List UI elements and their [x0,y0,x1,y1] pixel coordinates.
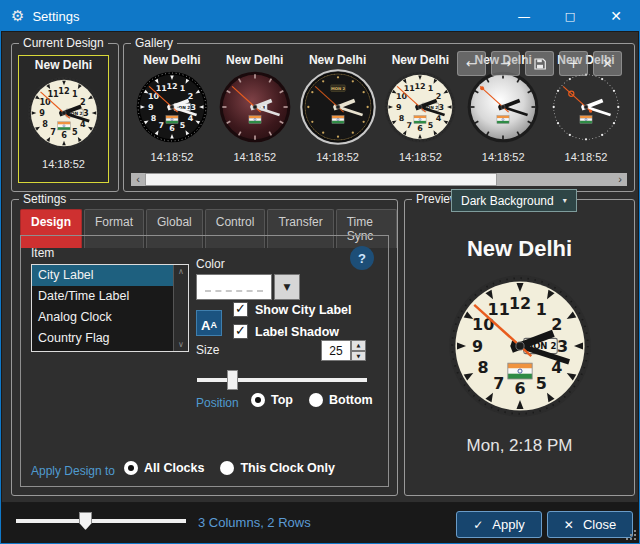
settings-groupbox: Settings DesignFormatGlobalControlTransf… [11,199,398,496]
svg-text:8: 8 [477,358,488,377]
svg-text:5: 5 [72,127,78,137]
settings-gear-icon: ⚙ [11,7,24,25]
item-list-option[interactable]: Date/Time Label [32,286,188,307]
svg-text:9: 9 [471,337,482,356]
preview-datetime-label: Mon, 2:18 PM [405,436,634,456]
close-window-button[interactable]: ✕ [593,1,639,31]
label-shadow-checkbox[interactable] [233,324,248,339]
svg-text:7: 7 [50,127,56,137]
scroll-down-icon[interactable]: ∨ [178,338,184,351]
item-list-option[interactable]: City Label [32,265,188,286]
title-bar: ⚙ Settings — □ ✕ [1,1,639,31]
footer-bar: 3 Columns, 2 Rows ✓ Apply ✕ Close [2,503,640,544]
spin-down-icon[interactable]: ▼ [351,351,366,362]
svg-text:2: 2 [436,92,442,101]
maximize-button[interactable]: □ [547,1,593,31]
current-design-tile[interactable]: New Delhi 123456789101112MON 2 14:18:52 [18,55,109,183]
preview-groupbox: Preview Dark Background ▾ New Delhi 1234… [404,199,635,496]
size-label: Size [196,343,219,357]
slider-thumb[interactable] [79,512,92,530]
item-list-option[interactable]: Analog Clock [32,307,188,328]
svg-text:11: 11 [156,84,167,93]
radio-label: All Clocks [144,461,204,475]
listbox-scrollbar[interactable]: ∧ ∨ [173,265,188,351]
radio-bottom[interactable] [309,393,323,407]
help-button[interactable]: ? [350,246,374,270]
scroll-up-icon[interactable]: ∧ [178,265,184,278]
add-design-button[interactable]: + [559,51,588,76]
preview-city-label: New Delhi [405,236,634,262]
label-shadow-checkbox-row[interactable]: Label Shadow [233,324,339,339]
slider-track[interactable] [197,378,367,382]
svg-text:11: 11 [47,89,59,99]
gallery-groupbox: Gallery New Delhi123456789101112MON 214:… [123,43,635,192]
delete-design-button[interactable]: ✕ [593,51,622,76]
save-design-button[interactable] [525,51,554,76]
svg-text:2: 2 [551,315,562,334]
svg-text:9: 9 [148,103,154,112]
svg-text:7: 7 [159,121,165,130]
clock-city: New Delhi [35,58,92,72]
svg-text:6: 6 [418,124,424,133]
close-button[interactable]: ✕ Close [547,511,633,538]
gallery-clock-tile[interactable]: New Delhi314:18:52 [214,53,296,165]
settings-label: Settings [19,192,70,206]
minimize-button[interactable]: — [501,1,547,31]
font-button-glyph: A [201,319,210,332]
radio-top[interactable] [251,393,265,407]
apply-button[interactable]: ✓ Apply [456,511,542,538]
clock-time: 14:18:52 [316,151,359,163]
svg-text:7: 7 [493,374,504,393]
font-button[interactable]: A A [196,310,222,336]
gallery-toolbar: ←→+✕ [457,51,622,76]
radio-this-clock-only[interactable] [220,461,234,475]
svg-text:11: 11 [404,84,415,93]
position-label: Position [196,396,239,410]
clock-time: 14:18:52 [565,151,608,163]
radio-label: Bottom [329,393,373,407]
clock-time: 14:18:52 [482,151,525,163]
slider-track[interactable] [16,519,186,523]
size-value[interactable]: 25 [321,340,351,361]
radio-all-clocks[interactable] [124,461,138,475]
analog-clock-thumbnail [548,69,624,149]
item-list-option[interactable]: Country Flag [32,328,188,349]
svg-text:9: 9 [396,103,402,112]
svg-text:1: 1 [428,84,434,93]
size-slider[interactable] [197,370,367,390]
grid-layout-label: 3 Columns, 2 Rows [198,515,311,530]
save-icon [534,58,546,70]
grid-layout-slider[interactable] [16,512,186,536]
show-city-label-checkbox[interactable] [233,302,248,317]
size-spinner[interactable]: 25 ▲ ▼ [321,340,367,361]
color-dropdown-arrow[interactable]: ▼ [274,274,300,300]
gallery-clock-tile[interactable]: New Delhi123456789101112MON 214:18:52 [379,53,461,165]
analog-clock-thumbnail: 123456789101112MON 2 [382,69,458,149]
spin-up-icon[interactable]: ▲ [351,340,366,351]
svg-text:1: 1 [180,84,186,93]
svg-text:6: 6 [169,124,175,133]
color-swatch[interactable] [196,274,272,300]
slider-thumb[interactable] [227,370,238,390]
svg-text:9: 9 [39,108,45,118]
svg-text:3: 3 [82,108,88,118]
item-label: Item [31,246,54,260]
scroll-left-button[interactable]: ← [457,51,486,76]
item-listbox[interactable]: City LabelDate/Time LabelAnalog ClockCou… [31,264,189,352]
clock-time: 14:18:52 [42,158,85,170]
scrollbar-thumb[interactable] [145,173,497,186]
gallery-clock-tile[interactable]: New DelhiMON 214:18:52 [297,53,379,165]
preview-analog-clock: 123456789101112MON 2 [444,270,596,426]
check-icon: ✓ [473,518,483,532]
scrollbar-left-arrow-icon[interactable]: ‹ [131,173,145,186]
resize-grip[interactable] [634,538,636,540]
svg-text:12: 12 [166,82,177,91]
chevron-down-icon: ▾ [563,196,567,205]
scroll-right-button[interactable]: → [491,51,520,76]
show-city-label-checkbox-row[interactable]: Show City Label [233,302,352,317]
preview-background-select[interactable]: Dark Background ▾ [451,189,577,212]
gallery-clock-tile[interactable]: New Delhi123456789101112MON 214:18:52 [131,53,213,165]
scrollbar-right-arrow-icon[interactable]: › [613,173,627,186]
apply-design-to-label: Apply Design to [31,464,115,478]
gallery-scrollbar[interactable]: ‹ › [131,173,627,186]
